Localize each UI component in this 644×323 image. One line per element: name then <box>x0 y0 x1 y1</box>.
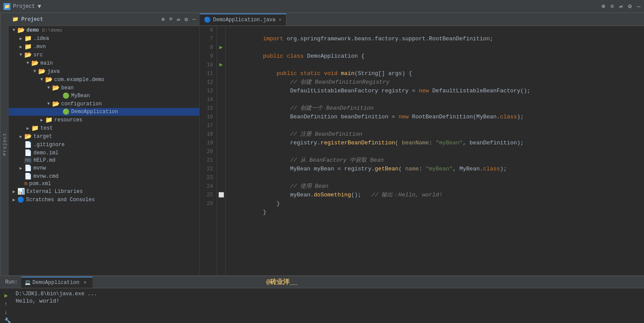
header-action-sort[interactable]: ⇌ <box>177 16 181 23</box>
tree-label-target: target <box>33 134 199 140</box>
tree-item-configuration[interactable]: ▼ 📂 configuration <box>9 100 199 108</box>
tree-label-mvnw-cmd: mvnw.cmd <box>33 173 199 179</box>
editor-area: 🔵 DemoApplication.java × 6 7 8 9 10 11 1… <box>200 13 644 275</box>
line-numbers: 6 7 8 9 10 11 12 13 14 15 16 17 18 19 20… <box>200 26 217 275</box>
file-icon-mvnw-cmd: 📄 <box>24 173 32 180</box>
folder-icon-target: 📂 <box>24 133 32 140</box>
folder-icon-test: 📁 <box>31 124 39 132</box>
run-controls: ▶ ↑ ↓ 🔧 D:\JDK1.8\bin\java.exe ... Hello… <box>3 290 641 321</box>
title-bar-actions: ⊕ ≡ ⇌ ⚙ — <box>601 3 641 10</box>
folder-icon-src: 📂 <box>24 51 32 59</box>
run-result-line: Hello, world! <box>16 298 639 304</box>
collapse-icon[interactable]: ⇌ <box>619 3 623 10</box>
arrow-java: ▼ <box>31 69 38 74</box>
bottom-tab-close[interactable]: × <box>81 280 89 285</box>
tree-label-mvnw: mvnw <box>33 165 199 171</box>
file-icon-mvnw: 📄 <box>24 164 32 172</box>
folder-icon-java: 📂 <box>38 68 46 75</box>
file-icon-gitignore: 📄 <box>24 141 32 148</box>
gutter: ▶ ▶ ⬜ <box>217 26 226 275</box>
project-header-title: Project <box>21 16 43 23</box>
gutter-17 <box>217 121 225 130</box>
arrow-mvn: ▶ <box>17 44 24 49</box>
tree-item-ext-libs[interactable]: ▶ 📊 External Libraries <box>9 187 199 196</box>
tree-item-test[interactable]: ▶ 📁 test <box>9 124 199 132</box>
run-play-button[interactable]: ▶ <box>4 292 11 299</box>
tree-item-mvn[interactable]: ▶ 📁 .mvn <box>9 42 199 51</box>
run-tools[interactable]: 🔧 <box>4 317 11 323</box>
arrow-resources: ▶ <box>38 117 45 123</box>
code-line-8: public class DemoApplication { <box>229 43 641 52</box>
tree-label-mybean: MyBean <box>71 93 199 99</box>
tree-item-pom-xml[interactable]: m pom.xml <box>9 180 199 187</box>
project-header: 📁 Project ⊕ ≡ ⇌ ⚙ — <box>9 13 199 26</box>
tree-item-demo-iml[interactable]: 📄 demo.iml <box>9 149 199 157</box>
project-folder-icon: 📁 <box>12 16 19 23</box>
run-label: Run: <box>2 279 21 285</box>
header-action-locate[interactable]: ⊕ <box>161 16 165 23</box>
code-line-20: // 从 BeanFactory 中获取 Bean <box>229 147 641 156</box>
tab-file-icon: 🔵 <box>204 16 211 23</box>
tab-close-button[interactable]: × <box>279 17 282 23</box>
arrow-idea: ▶ <box>17 36 24 41</box>
tree-label-test: test <box>40 125 199 131</box>
add-icon[interactable]: ⊕ <box>601 3 605 10</box>
gutter-14 <box>217 95 225 104</box>
tab-demo-application[interactable]: 🔵 DemoApplication.java × <box>200 13 286 26</box>
gutter-11 <box>217 69 225 78</box>
tab-file-name: DemoApplication.java <box>213 17 276 23</box>
tree-item-java[interactable]: ▼ 📂 java <box>9 67 199 75</box>
code-line-6: import org.springframework.beans.factory… <box>229 26 641 35</box>
file-icon-help-md: MD <box>24 157 32 163</box>
run-scroll-up[interactable]: ↑ <box>4 301 11 307</box>
gutter-19 <box>217 139 225 147</box>
gutter-24 <box>217 182 225 191</box>
tree-item-src[interactable]: ▼ 📂 src <box>9 51 199 59</box>
gutter-18 <box>217 130 225 139</box>
sidebar-inner: Project 📁 Project ⊕ ≡ ⇌ ⚙ — <box>0 13 199 275</box>
gutter-13 <box>217 87 225 95</box>
settings-icon[interactable]: ⚙ <box>628 3 631 10</box>
arrow-target: ▶ <box>17 134 24 139</box>
tree-label-java: java <box>47 69 199 75</box>
tree-item-idea[interactable]: ▶ 📁 .idea <box>9 34 199 42</box>
tree-item-demo[interactable]: ▼ 📂 demo D:\demo <box>9 26 199 34</box>
tree-item-mvnw[interactable]: ▶ 📄 mvnw <box>9 164 199 172</box>
gutter-10[interactable]: ▶ <box>217 61 225 69</box>
watermark: @砖业洋__ <box>266 278 297 286</box>
bottom-tab-run[interactable]: 💻 DemoApplication × <box>21 277 93 288</box>
bottom-tab-name: DemoApplication <box>33 280 79 286</box>
run-output: D:\JDK1.8\bin\java.exe ... Hello, world! <box>14 290 641 305</box>
tree-label-help-md: HELP.md <box>33 157 199 163</box>
tree-item-resources[interactable]: ▶ 📁 resources <box>9 116 199 124</box>
run-scroll-down[interactable]: ↓ <box>4 309 11 316</box>
tree-item-package[interactable]: ▼ 📂 com.example.demo <box>9 75 199 84</box>
arrow-mvnw: ▶ <box>17 166 24 171</box>
tree-item-help-md[interactable]: MD HELP.md <box>9 157 199 164</box>
tree-item-mvnw-cmd[interactable]: 📄 mvnw.cmd <box>9 172 199 180</box>
tree-label-idea: .idea <box>33 36 199 42</box>
tree-item-demoapplication[interactable]: 🟢 DemoApplication <box>9 108 199 116</box>
tree-item-bean[interactable]: ▼ 📂 bean <box>9 84 199 92</box>
file-icon-demo-iml: 📄 <box>24 149 32 157</box>
code-editor[interactable]: 6 7 8 9 10 11 12 13 14 15 16 17 18 19 20… <box>200 26 644 275</box>
folder-icon-demo: 📂 <box>17 26 25 34</box>
minimize-icon[interactable]: — <box>637 3 641 10</box>
gutter-8[interactable]: ▶ <box>217 43 225 52</box>
folder-icon-package: 📂 <box>45 76 53 83</box>
header-action-settings[interactable]: ⚙ <box>184 16 188 23</box>
header-action-close[interactable]: — <box>192 16 196 23</box>
tree-item-mybean[interactable]: 🟢 MyBean <box>9 92 199 100</box>
header-action-collapse-all[interactable]: ≡ <box>169 16 173 23</box>
code-line-14: // 创建一个 BeanDefinition <box>229 95 641 104</box>
tree-item-target[interactable]: ▶ 📂 target <box>9 132 199 140</box>
tree-item-main[interactable]: ▼ 📂 main <box>9 59 199 67</box>
tree-label-package: com.example.demo <box>54 77 199 83</box>
folder-icon-configuration: 📂 <box>52 100 59 108</box>
tree-item-scratches[interactable]: ▶ 🔵 Scratches and Consoles <box>9 196 199 204</box>
title-dropdown-arrow[interactable]: ▼ <box>37 3 41 10</box>
folder-icon-main: 📂 <box>31 59 39 67</box>
list-icon[interactable]: ≡ <box>610 3 614 10</box>
tree-item-gitignore[interactable]: 📄 .gitignore <box>9 140 199 149</box>
arrow-package: ▼ <box>38 77 45 82</box>
